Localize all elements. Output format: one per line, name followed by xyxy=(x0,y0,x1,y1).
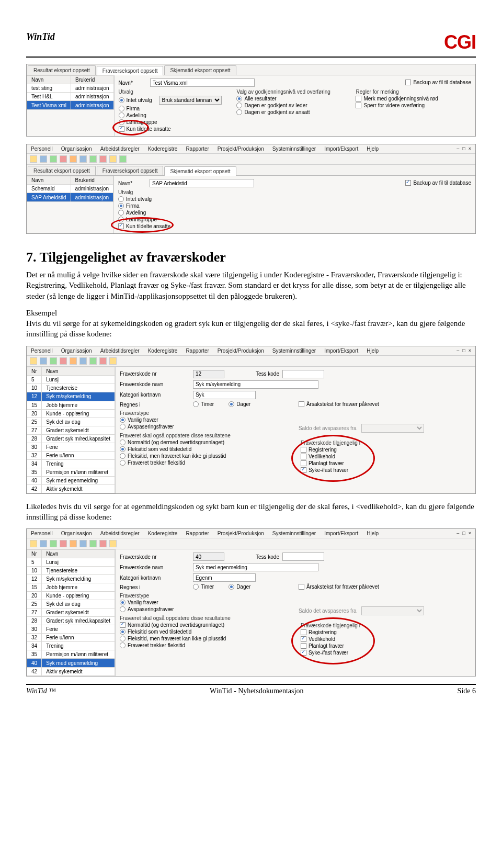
toolbar-icon[interactable] xyxy=(109,540,117,547)
tab-fravaerseksport[interactable]: Fraværseksport oppsett xyxy=(97,166,164,175)
minimize-icon[interactable]: – xyxy=(457,146,459,152)
menu-import-eksport[interactable]: Import/Eksport xyxy=(324,146,358,152)
kode-list[interactable]: NrNavn5Lunsj10Tjenestereise12Syk m/sykem… xyxy=(27,549,115,676)
nr-input[interactable] xyxy=(193,553,224,561)
menu-organisasjon[interactable]: Organisasjon xyxy=(61,146,92,152)
menu-koderegistre[interactable]: Koderegistre xyxy=(148,146,178,152)
menu-item[interactable]: Prosjekt/Produksjon xyxy=(218,348,264,354)
radio-normaltid[interactable]: Normaltid (og dermed overtidsgrunnlaget) xyxy=(120,439,287,445)
radio-timer[interactable]: Timer xyxy=(193,401,214,407)
menu-item[interactable]: Rapporter xyxy=(186,348,209,354)
radio-fleksitid-ikke-pluss[interactable]: Fleksitid, men fraværet kan ikke gi plus… xyxy=(120,453,287,459)
nr-input[interactable] xyxy=(193,370,224,378)
close-icon[interactable]: × xyxy=(469,146,471,152)
menu-item[interactable]: Prosjekt/Produksjon xyxy=(218,531,264,536)
toolbar-icon[interactable] xyxy=(60,540,67,547)
radio-lonnsgruppe[interactable]: Lønnsgruppe xyxy=(118,217,471,222)
menu-item[interactable]: Import/Eksport xyxy=(324,531,358,536)
menu-item[interactable]: Personell xyxy=(31,531,53,536)
navn-input[interactable] xyxy=(150,78,255,87)
toolbar-icon[interactable] xyxy=(40,357,47,365)
tab-resultat-eksport[interactable]: Resultat eksport oppsett xyxy=(28,65,96,75)
navn-input[interactable] xyxy=(150,179,254,187)
bruk-standard-select[interactable]: Bruk standard lønnan xyxy=(159,96,222,105)
menu-personell[interactable]: Personell xyxy=(31,146,53,152)
menu-item[interactable]: Hjelp xyxy=(367,348,379,354)
toolbar-icon[interactable] xyxy=(30,357,37,365)
check-arsakstekst[interactable]: Årsakstekst for fravær påkrevet xyxy=(299,584,424,590)
toolbar-icon[interactable] xyxy=(89,155,97,163)
menu-systeminnstillinger[interactable]: Systeminnstillinger xyxy=(272,146,316,152)
radio-avdeling[interactable]: Avdeling xyxy=(119,112,222,118)
toolbar-icon[interactable] xyxy=(79,540,87,547)
radio-firma[interactable]: Firma xyxy=(119,106,222,111)
menu-item[interactable]: Koderegistre xyxy=(148,531,178,536)
toolbar-icon[interactable] xyxy=(89,357,97,365)
tab-skjematid-eksport[interactable]: Skjematid eksport oppsett xyxy=(164,166,236,176)
radio-avspasering[interactable]: Avspaseringsfravær xyxy=(120,424,287,430)
toolbar-icon[interactable] xyxy=(70,357,77,365)
radio-vanlig-fravaer[interactable]: Vanlig fravær xyxy=(120,600,287,605)
radio-avspasering[interactable]: Avspaseringsfravær xyxy=(120,606,287,612)
toolbar-icon[interactable] xyxy=(50,357,57,365)
navn-input[interactable] xyxy=(193,380,318,389)
toolbar-icon[interactable] xyxy=(99,357,107,365)
check-planlagt-fravaer[interactable]: Planlagt fravær xyxy=(301,643,422,649)
radio-godkjent-ansatt[interactable]: Dagen er godkjent av ansatt xyxy=(236,109,341,115)
toolbar-icon[interactable] xyxy=(40,540,47,547)
check-syke-fast-fravaer[interactable]: Syke-/fast fravær xyxy=(301,467,422,473)
toolbar-icon[interactable] xyxy=(70,155,77,163)
radio-dager[interactable]: Dager xyxy=(229,401,250,407)
check-planlagt-fravaer[interactable]: Planlagt fravær xyxy=(301,460,422,466)
minimize-icon[interactable]: – xyxy=(457,348,459,354)
toolbar-icon[interactable] xyxy=(99,155,107,163)
navn-input[interactable] xyxy=(193,563,318,571)
check-syke-fast-fravaer[interactable]: Syke-/fast fravær xyxy=(301,650,422,656)
toolbar-icon[interactable] xyxy=(30,155,37,163)
radio-fleksitid-ikke-pluss[interactable]: Fleksitid, men fraværet kan ikke gi plus… xyxy=(120,636,287,641)
toolbar-icon[interactable] xyxy=(89,540,97,547)
radio-timer[interactable]: Timer xyxy=(193,584,214,590)
close-icon[interactable]: × xyxy=(469,531,471,536)
backup-checkbox[interactable]: Backup av fil til database xyxy=(405,80,471,85)
check-kun-tildelte[interactable]: Kun tildelte ansatte xyxy=(119,126,222,132)
toolbar-icon[interactable] xyxy=(30,540,37,547)
minimize-icon[interactable]: – xyxy=(457,531,459,536)
check-normaltid[interactable]: Normaltid (og dermed overtidsgrunnlaget) xyxy=(120,622,287,628)
tess-input[interactable] xyxy=(282,370,324,378)
menu-item[interactable]: Organisasjon xyxy=(61,531,92,536)
check-kun-tildelte[interactable]: Kun tildelte ansatte xyxy=(118,223,471,229)
kode-list[interactable]: NrNavn5Lunsj10Tjenestereise12Syk m/sykem… xyxy=(27,367,115,493)
radio-fravaer-trekker[interactable]: Fraværet trekker fleksitid xyxy=(120,642,287,648)
menu-item[interactable]: Personell xyxy=(31,348,53,354)
menu-item[interactable]: Hjelp xyxy=(367,531,379,536)
maximize-icon[interactable]: □ xyxy=(462,348,465,354)
toolbar-icon[interactable] xyxy=(50,540,57,547)
toolbar-icon[interactable] xyxy=(79,357,87,365)
toolbar-icon[interactable] xyxy=(40,155,47,163)
menu-arbeidstidsregler[interactable]: Arbeidstidsregler xyxy=(100,146,140,152)
tab-fravaerseksport[interactable]: Fraværseksport oppsett xyxy=(97,66,164,75)
toolbar-icon[interactable] xyxy=(79,155,87,163)
toolbar-icon[interactable] xyxy=(119,155,127,163)
menu-item[interactable]: Arbeidstidsregler xyxy=(100,531,140,536)
oppsett-list[interactable]: NavnBrukerid Schemaidadministrasjon SAP … xyxy=(27,176,113,202)
check-registrering[interactable]: Registrering xyxy=(301,629,422,635)
menu-item[interactable]: Koderegistre xyxy=(148,348,178,354)
menu-rapporter[interactable]: Rapporter xyxy=(186,146,209,152)
tab-skjematid-eksport[interactable]: Skjematid eksport oppsett xyxy=(164,65,236,75)
radio-dager[interactable]: Dager xyxy=(229,584,250,590)
kategori-input[interactable] xyxy=(193,573,256,582)
toolbar-icon[interactable] xyxy=(109,155,117,163)
tab-resultat-eksport[interactable]: Resultat eksport oppsett xyxy=(28,166,96,175)
oppsett-list[interactable]: NavnBrukerid test stingadministrasjon Te… xyxy=(27,75,114,110)
menu-item[interactable]: Import/Eksport xyxy=(324,348,358,354)
toolbar-icon[interactable] xyxy=(50,155,57,163)
toolbar-icon[interactable] xyxy=(99,540,107,547)
check-sperr-overforing[interactable]: Sperr for videre overføring xyxy=(356,103,455,108)
maximize-icon[interactable]: □ xyxy=(462,531,465,536)
toolbar-icon[interactable] xyxy=(60,155,67,163)
saldo-select[interactable] xyxy=(361,606,424,615)
check-vedlikehold[interactable]: Vedlikehold xyxy=(301,636,422,642)
toolbar-icon[interactable] xyxy=(109,357,117,365)
